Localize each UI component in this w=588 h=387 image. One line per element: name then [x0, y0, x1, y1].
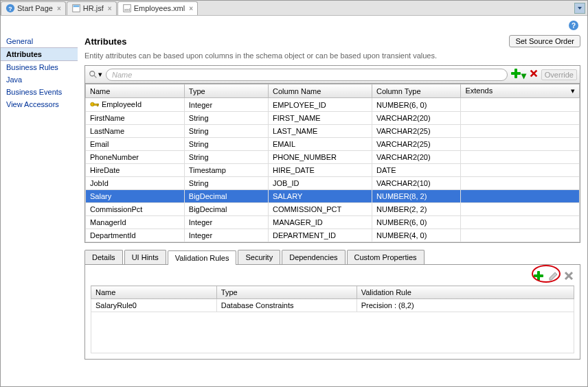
table-row[interactable]: EmailStringEMAILVARCHAR2(25): [86, 138, 580, 151]
col-name[interactable]: Name: [86, 84, 185, 98]
tab-start-page[interactable]: ? Start Page ×: [1, 1, 66, 15]
validation-table: Name Type Validation Rule SalaryRule0 Da…: [91, 285, 574, 353]
table-row[interactable]: HireDateTimestampHIRE_DATEDATE: [86, 164, 580, 177]
tab-label: Start Page: [17, 4, 53, 12]
table-row[interactable]: FirstNameStringFIRST_NAMEVARCHAR2(20): [86, 112, 580, 125]
table-row[interactable]: SalaryBigDecimalSALARYNUMBER(8, 2): [86, 190, 580, 203]
close-icon[interactable]: ×: [108, 5, 112, 12]
svg-text:?: ?: [572, 22, 576, 30]
svg-rect-16: [98, 104, 98, 106]
search-input[interactable]: [106, 69, 508, 81]
tab-label: Employees.xml: [134, 4, 185, 12]
subtab-security[interactable]: Security: [238, 250, 280, 264]
sidebar-item-business-events[interactable]: Business Events: [1, 86, 78, 98]
sidebar-item-general[interactable]: General: [1, 35, 78, 47]
col-extends[interactable]: Extends▾: [461, 84, 580, 98]
attributes-toolbar: ▾ ▾ Override: [84, 65, 580, 83]
svg-text:xml: xml: [124, 8, 130, 12]
sidebar-item-view-accessors[interactable]: View Accessors: [1, 98, 78, 110]
subtab-ui-hints[interactable]: UI Hints: [124, 250, 166, 264]
set-source-order-button[interactable]: Set Source Order: [509, 35, 580, 47]
col-type[interactable]: Type: [184, 84, 268, 98]
close-icon[interactable]: ×: [57, 5, 61, 12]
table-row[interactable]: CommissionPctBigDecimalCOMMISSION_PCTNUM…: [86, 203, 580, 216]
close-icon[interactable]: ×: [189, 5, 193, 12]
question-blue-icon: ?: [5, 3, 15, 13]
tabbar-menu-button[interactable]: [574, 3, 585, 14]
delete-attribute-button[interactable]: [529, 69, 539, 80]
add-attribute-button[interactable]: ▾: [510, 68, 526, 81]
page-title: Attributes: [84, 36, 509, 47]
table-row[interactable]: ManagerIdIntegerMANAGER_IDNUMBER(6, 0): [86, 216, 580, 229]
svg-rect-11: [511, 72, 521, 75]
table-row[interactable]: JobIdStringJOB_IDVARCHAR2(10): [86, 177, 580, 190]
sidebar-item-business-rules[interactable]: Business Rules: [1, 61, 78, 73]
subtab-custom-properties[interactable]: Custom Properties: [347, 250, 425, 264]
tab-label: HR.jsf: [83, 4, 104, 12]
subtab-dependencies[interactable]: Dependencies: [282, 250, 345, 264]
validation-toolbar: [91, 270, 574, 285]
xml-file-icon: xml: [122, 3, 132, 13]
override-button[interactable]: Override: [541, 69, 577, 80]
jsf-page-icon: [71, 3, 81, 13]
validation-row[interactable]: SalaryRule0 Database Constraints Precisi…: [91, 299, 574, 312]
page-description: Entity attributes can be based upon colu…: [84, 51, 580, 60]
valcol-type[interactable]: Type: [216, 286, 357, 299]
search-icon[interactable]: ▾: [88, 69, 103, 80]
sidebar: General Attributes Business Rules Java B…: [1, 32, 78, 386]
col-column-name[interactable]: Column Name: [269, 84, 372, 98]
table-row[interactable]: LastNameStringLAST_NAMEVARCHAR2(25): [86, 125, 580, 138]
help-row: ?: [1, 16, 587, 32]
table-row[interactable]: DepartmentIdIntegerDEPARTMENT_IDNUMBER(4…: [86, 229, 580, 242]
svg-point-8: [90, 71, 95, 75]
svg-line-9: [94, 75, 97, 78]
svg-rect-18: [534, 274, 543, 277]
table-row[interactable]: PhoneNumberStringPHONE_NUMBERVARCHAR2(20…: [86, 151, 580, 164]
editor-tabbar: ? Start Page × HR.jsf × xml Employees.xm…: [1, 1, 587, 16]
subtabs: Details UI Hints Validation Rules Securi…: [84, 250, 580, 265]
edit-validation-button[interactable]: [548, 270, 559, 283]
sidebar-item-attributes[interactable]: Attributes: [1, 47, 78, 61]
sidebar-item-java[interactable]: Java: [1, 73, 78, 86]
tab-hr-jsf[interactable]: HR.jsf ×: [67, 1, 117, 15]
validation-panel: Name Type Validation Rule SalaryRule0 Da…: [84, 265, 580, 360]
valcol-name[interactable]: Name: [91, 286, 217, 299]
delete-validation-button[interactable]: [563, 270, 574, 283]
svg-rect-3: [73, 5, 79, 8]
subtab-details[interactable]: Details: [84, 250, 123, 264]
svg-text:?: ?: [8, 5, 12, 12]
attributes-table: Name Type Column Name Column Type Extend…: [84, 83, 580, 243]
col-column-type[interactable]: Column Type: [372, 84, 461, 98]
valcol-rule[interactable]: Validation Rule: [357, 286, 574, 299]
table-row[interactable]: EmployeeIdIntegerEMPLOYEE_IDNUMBER(6, 0): [86, 98, 580, 112]
tab-employees-xml[interactable]: xml Employees.xml ×: [117, 1, 198, 15]
add-validation-button[interactable]: [533, 270, 544, 283]
primary-key-icon: [90, 101, 100, 109]
subtab-validation-rules[interactable]: Validation Rules: [168, 250, 237, 265]
help-icon[interactable]: ?: [568, 20, 579, 31]
